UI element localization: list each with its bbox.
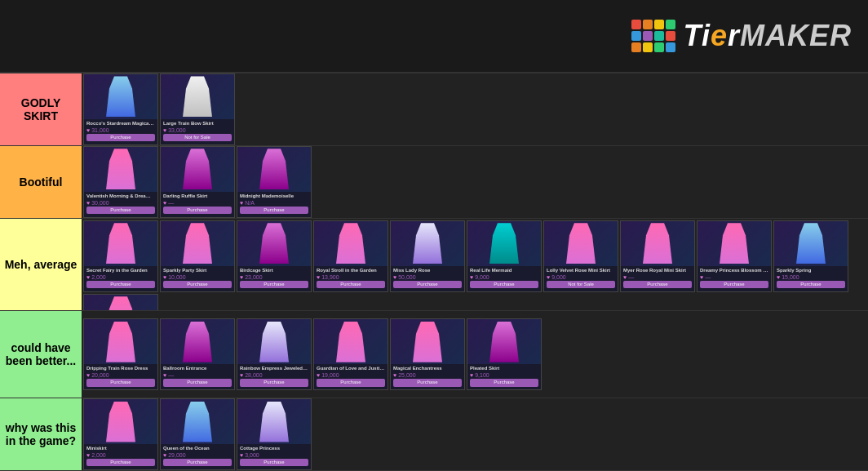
list-item[interactable]: Guardian of Love and Justice♥ 19,000Purc… — [313, 318, 388, 390]
list-item[interactable]: Sparkly Spring♥ 15,000Purchase — [773, 220, 848, 292]
tier-items-why: Miniskirt♥ 2,000Purchase Queen of the Oc… — [82, 398, 868, 470]
tiermaker-app: TierMAKER GODLY SKIRT Rocco's Stardream … — [0, 0, 868, 471]
dress-visual — [104, 76, 137, 117]
purchase-button[interactable]: Purchase — [86, 134, 155, 141]
logo: TierMAKER — [631, 19, 852, 53]
item-title: Large Train Bow Skirt — [163, 121, 232, 127]
purchase-button[interactable]: Purchase — [86, 207, 155, 214]
item-image — [84, 147, 157, 192]
tier-row-could: could have been better... Dripping Train… — [0, 311, 868, 398]
tier-label-bootiful: Bootiful — [0, 146, 82, 218]
item-title: Darling Ruffle Skirt — [163, 193, 232, 200]
tier-items-bootiful: Valentish Morning & Dream Skirt ♥ 30,000… — [82, 146, 868, 218]
list-item[interactable]: Dreamy Princess Blossom Skirt♥ —Purchase — [697, 220, 772, 292]
purchase-button[interactable]: Purchase — [240, 207, 308, 214]
list-item[interactable]: Starlight Goddess Ultimate Pink Skirt♥ 3… — [83, 294, 158, 311]
list-item[interactable]: Ballroom Entrance♥ —Purchase — [160, 318, 235, 390]
tier-label-godly: GODLY SKIRT — [0, 73, 82, 145]
list-item[interactable]: Real Life Mermaid♥ 9,000Purchase — [467, 220, 542, 292]
tiers-container: GODLY SKIRT Rocco's Stardream Magical Sk… — [0, 73, 868, 471]
logo-text: TierMAKER — [684, 19, 852, 53]
tier-items-meh: Secret Fairy in the Garden♥ 2,000Purchas… — [82, 219, 868, 311]
list-item[interactable]: Birdcage Skirt♥ 23,000Purchase — [237, 220, 312, 292]
tier-row-godly: GODLY SKIRT Rocco's Stardream Magical Sk… — [0, 73, 868, 146]
item-title: Valentish Morning & Dream Skirt — [86, 193, 155, 200]
list-item[interactable]: Pleated Skirt♥ 9,100Purchase — [467, 318, 542, 390]
item-price: ♥ 33,000 — [163, 127, 232, 134]
list-item[interactable]: Dripping Train Rose Dress♥ 20,000Purchas… — [83, 318, 158, 390]
list-item[interactable]: Magical Enchantress♥ 25,000Purchase — [390, 318, 465, 390]
tier-items-godly: Rocco's Stardream Magical Skirt ♥ 31,000… — [82, 73, 868, 145]
item-title: Rocco's Stardream Magical Skirt — [86, 121, 155, 127]
tier-row-meh: Meh, average Secret Fairy in the Garden♥… — [0, 219, 868, 312]
tier-row-bootiful: Bootiful Valentish Morning & Dream Skirt… — [0, 146, 868, 219]
purchase-button[interactable]: Not for Sale — [163, 134, 232, 141]
list-item[interactable]: Darling Ruffle Skirt ♥ — Purchase — [160, 146, 235, 218]
list-item[interactable]: Miniskirt♥ 2,000Purchase — [83, 398, 158, 470]
item-title: Midnight Mademoiselle — [240, 193, 308, 200]
tier-label-meh: Meh, average — [0, 219, 82, 311]
list-item[interactable]: Secret Fairy in the Garden♥ 2,000Purchas… — [83, 220, 158, 292]
list-item[interactable]: Sparkly Party Skirt♥ 10,000Purchase — [160, 220, 235, 292]
dress-visual — [181, 76, 214, 117]
item-image — [161, 74, 234, 119]
item-image — [161, 147, 234, 192]
list-item[interactable]: Valentish Morning & Dream Skirt ♥ 30,000… — [83, 146, 158, 218]
list-item[interactable]: Rainbow Empress Jeweled Skirt♥ 28,000Pur… — [237, 318, 312, 390]
item-price: ♥ 31,000 — [86, 127, 155, 134]
list-item[interactable]: Rocco's Stardream Magical Skirt ♥ 31,000… — [83, 73, 158, 145]
list-item[interactable]: Large Train Bow Skirt ♥ 33,000 Not for S… — [160, 73, 235, 145]
list-item[interactable]: Royal Stroll in the Garden♥ 13,900Purcha… — [313, 220, 388, 292]
tier-label-could: could have been better... — [0, 311, 82, 398]
logo-grid — [631, 20, 675, 52]
list-item[interactable]: Miss Lady Rose♥ 50,000Purchase — [390, 220, 465, 292]
item-image — [237, 147, 311, 192]
tier-row-why: why was this in the game? Miniskirt♥ 2,0… — [0, 398, 868, 471]
list-item[interactable]: Lolly Velvet Rose Mini Skirt♥ 9,000Not f… — [543, 220, 618, 292]
list-item[interactable]: Myer Rose Royal Mini Skirt♥ —Purchase — [620, 220, 695, 292]
list-item[interactable]: Midnight Mademoiselle ♥ N/A Purchase — [237, 146, 312, 218]
header: TierMAKER — [0, 0, 868, 73]
list-item[interactable]: Queen of the Ocean♥ 29,000Purchase — [160, 398, 235, 470]
tier-label-why: why was this in the game? — [0, 398, 82, 470]
item-image — [84, 74, 157, 119]
purchase-button[interactable]: Purchase — [163, 207, 232, 214]
tier-items-could: Dripping Train Rose Dress♥ 20,000Purchas… — [82, 311, 868, 398]
list-item[interactable]: Cottage Princess♥ 3,000Purchase — [237, 398, 312, 470]
